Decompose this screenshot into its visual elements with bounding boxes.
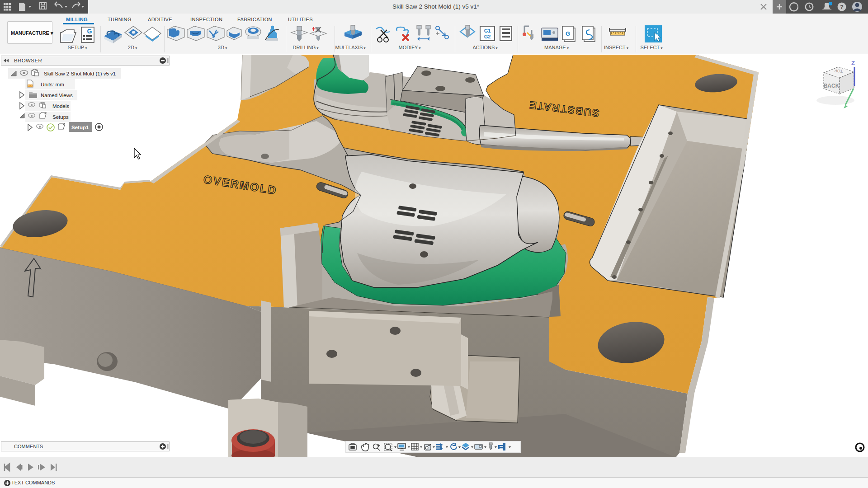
svg-text:Skill Saw 2 Shot Mold (1) v5 v: Skill Saw 2 Shot Mold (1) v5 v1 [44,71,116,76]
svg-text:G2: G2 [484,34,491,39]
svg-text:Units: mm: Units: mm [41,82,64,87]
svg-text:Named Views: Named Views [41,93,73,98]
svg-text:G: G [87,28,92,35]
svg-text:G: G [566,30,570,37]
svg-text:?: ? [840,4,844,10]
svg-text:G1: G1 [484,28,491,33]
svg-text:Models: Models [52,103,69,109]
svg-text:Setups: Setups [52,114,69,120]
svg-text:Setup1: Setup1 [71,125,89,130]
